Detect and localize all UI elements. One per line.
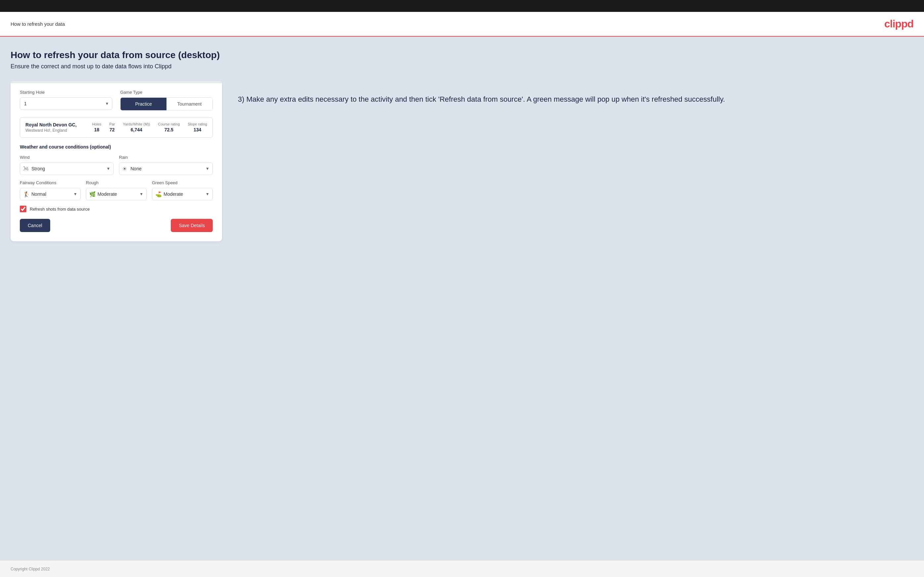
starting-hole-label: Starting Hole: [20, 90, 112, 95]
footer: Copyright Clippd 2022: [0, 560, 924, 577]
rough-select[interactable]: Moderate: [86, 188, 147, 200]
footer-text: Copyright Clippd 2022: [11, 567, 50, 571]
stat-holes-label: Holes: [92, 122, 102, 126]
tournament-button[interactable]: Tournament: [166, 98, 212, 110]
conditions-row-1: Wind 🌬 Strong ▼ Rain ☀ None: [20, 155, 213, 175]
stat-par: Par 72: [109, 122, 115, 133]
stat-slope-rating-label: Slope rating: [187, 122, 207, 126]
cancel-button[interactable]: Cancel: [20, 219, 50, 232]
rough-group: Rough 🌿 Moderate ▼: [86, 180, 147, 200]
logo: clippd: [884, 18, 913, 30]
stat-yards-value: 6,744: [131, 127, 142, 132]
rough-wrapper: 🌿 Moderate ▼: [86, 188, 147, 200]
practice-button[interactable]: Practice: [121, 98, 166, 110]
green-speed-wrapper: ⛳ Moderate ▼: [152, 188, 213, 200]
rain-select[interactable]: None: [119, 163, 213, 175]
top-bar: [0, 0, 924, 12]
side-note: 3) Make any extra edits necessary to the…: [238, 81, 913, 105]
header: How to refresh your data clippd: [0, 12, 924, 37]
green-speed-group: Green Speed ⛳ Moderate ▼: [152, 180, 213, 200]
rain-group: Rain ☀ None ▼: [119, 155, 213, 175]
stat-slope-rating-value: 134: [194, 127, 201, 132]
card-strip: [11, 81, 222, 83]
course-location: Westward Ho!, England: [26, 128, 87, 133]
top-form-row: Starting Hole 1 ▼ Game Type Practice Tou…: [20, 90, 213, 111]
stat-yards-label: Yards/White (M)): [123, 122, 150, 126]
course-info: Royal North Devon GC, Westward Ho!, Engl…: [26, 122, 87, 133]
content-layout: Starting Hole 1 ▼ Game Type Practice Tou…: [11, 81, 913, 241]
main-content: How to refresh your data from source (de…: [0, 37, 924, 560]
page-subheading: Ensure the correct and most up to date d…: [11, 63, 913, 70]
stat-slope-rating: Slope rating 134: [187, 122, 207, 133]
refresh-checkbox-row: Refresh shots from data source: [20, 206, 213, 212]
starting-hole-select[interactable]: 1: [20, 97, 112, 110]
course-row: Royal North Devon GC, Westward Ho!, Engl…: [20, 117, 213, 138]
stat-yards: Yards/White (M)) 6,744: [123, 122, 150, 133]
rough-label: Rough: [86, 180, 147, 185]
course-name: Royal North Devon GC,: [26, 122, 87, 127]
starting-hole-group: Starting Hole 1 ▼: [20, 90, 112, 111]
refresh-label: Refresh shots from data source: [30, 206, 89, 211]
game-type-buttons: Practice Tournament: [120, 97, 213, 111]
action-row: Cancel Save Details: [20, 219, 213, 232]
save-button[interactable]: Save Details: [171, 219, 213, 232]
green-speed-select[interactable]: Moderate: [152, 188, 213, 200]
conditions-row-2: Fairway Conditions 🏌 Normal ▼ Rough 🌿: [20, 180, 213, 200]
fairway-group: Fairway Conditions 🏌 Normal ▼: [20, 180, 81, 200]
refresh-checkbox[interactable]: [20, 206, 26, 212]
wind-wrapper: 🌬 Strong ▼: [20, 163, 114, 175]
course-stats: Holes 18 Par 72 Yards/White (M)) 6,744 C…: [92, 122, 207, 133]
form-card: Starting Hole 1 ▼ Game Type Practice Tou…: [11, 81, 222, 241]
stat-par-value: 72: [110, 127, 115, 132]
fairway-label: Fairway Conditions: [20, 180, 81, 185]
game-type-group: Game Type Practice Tournament: [120, 90, 213, 111]
fairway-wrapper: 🏌 Normal ▼: [20, 188, 81, 200]
fairway-select[interactable]: Normal: [20, 188, 81, 200]
stat-par-label: Par: [109, 122, 115, 126]
game-type-label: Game Type: [120, 90, 213, 95]
rain-label: Rain: [119, 155, 213, 160]
wind-group: Wind 🌬 Strong ▼: [20, 155, 114, 175]
side-note-text: 3) Make any extra edits necessary to the…: [238, 94, 913, 105]
rain-wrapper: ☀ None ▼: [119, 163, 213, 175]
stat-holes: Holes 18: [92, 122, 102, 133]
starting-hole-wrapper: 1 ▼: [20, 97, 112, 110]
green-speed-label: Green Speed: [152, 180, 213, 185]
header-title: How to refresh your data: [11, 21, 65, 27]
wind-label: Wind: [20, 155, 114, 160]
stat-course-rating-value: 72.5: [165, 127, 173, 132]
wind-select[interactable]: Strong: [20, 163, 114, 175]
stat-course-rating: Course rating 72.5: [158, 122, 180, 133]
page-heading: How to refresh your data from source (de…: [11, 50, 913, 60]
stat-course-rating-label: Course rating: [158, 122, 180, 126]
weather-section-title: Weather and course conditions (optional): [20, 144, 213, 150]
stat-holes-value: 18: [94, 127, 99, 132]
